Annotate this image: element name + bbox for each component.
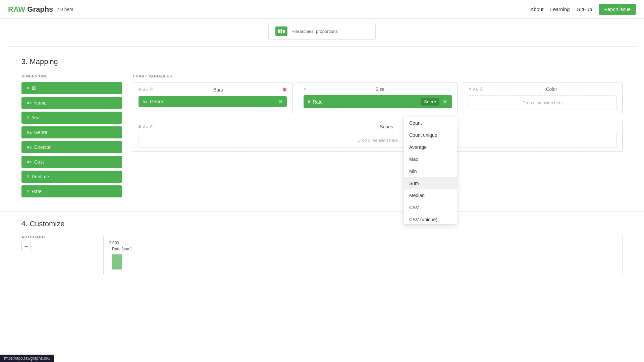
series-aa-icon: Aa: [143, 125, 148, 129]
cv-row-1: # Aa ⏱ Bars ✱ Aa Genre ✕ #: [133, 82, 623, 114]
card-label: Hierarchies, proportions: [291, 29, 338, 34]
aggregation-label: Sum: [424, 99, 433, 104]
remove-genre-button[interactable]: ✕: [279, 99, 283, 104]
dim-type-icon: #: [27, 175, 29, 179]
dim-name: Director: [34, 144, 51, 150]
series-clock-icon: ⏱: [150, 124, 154, 129]
chart-axis-label: Rate [sum]: [112, 247, 131, 251]
dim-name: Runtime: [32, 174, 49, 179]
chart-variables-label: CHART VARIABLES: [133, 74, 623, 78]
genre-tag[interactable]: Aa Genre ✕: [139, 96, 287, 107]
dim-type-icon: #: [27, 116, 29, 120]
report-issue-button[interactable]: Report issue: [599, 4, 636, 15]
mapping-layout: DIMENSIONS #IDAaName#YearAaGenreAaDirect…: [21, 74, 623, 200]
bars-box-header: # Aa ⏱ Bars ✱: [139, 86, 287, 93]
dim-name: Name: [34, 100, 47, 106]
genre-tag-label: Genre: [150, 99, 163, 104]
chart-bar-1: [112, 254, 122, 269]
size-hash-icon: #: [304, 87, 306, 92]
series-hash-icon: #: [139, 124, 141, 129]
rate-tag-label: Rate: [313, 99, 323, 105]
dropdown-item-sum[interactable]: Sum: [404, 177, 457, 189]
nav-learning[interactable]: Learning: [550, 6, 570, 12]
dimension-tag-rate[interactable]: #Rate: [21, 185, 122, 197]
color-clock-icon: ⏱: [480, 87, 484, 92]
nav-github[interactable]: GitHub: [577, 6, 592, 12]
series-box-header: # Aa ⏱ Series: [139, 124, 617, 129]
customize-layout: ARTBOARD − 2,000 Rate [sum]: [21, 235, 623, 275]
logo-graphs: Graphs: [27, 5, 53, 14]
nav: About Learning GitHub Report issue: [530, 4, 636, 15]
rate-tag[interactable]: # Rate Sum ▾ ✕: [304, 95, 452, 108]
chart-y-value: 2,000: [109, 241, 617, 245]
color-aa-icon: Aa: [473, 87, 478, 91]
clock-icon: ⏱: [150, 87, 154, 92]
remove-rate-button[interactable]: ✕: [442, 99, 448, 105]
dimension-tag-runtime[interactable]: #Runtime: [21, 171, 122, 183]
tag-type-aa: Aa: [143, 100, 147, 104]
dropdown-item-median[interactable]: Median: [404, 189, 457, 201]
dim-type-icon: Aa: [27, 145, 32, 149]
chart-variables-panel: CHART VARIABLES # Aa ⏱ Bars ✱ Aa Genre: [133, 74, 623, 157]
dim-name: Rate: [32, 189, 42, 194]
dimension-tag-id[interactable]: #ID: [21, 82, 122, 94]
color-title: Color: [486, 86, 617, 92]
series-box: # Aa ⏱ Series Drop dimension here: [133, 120, 623, 152]
color-box: # Aa ⏱ Color Drop dimension here: [463, 82, 623, 114]
dimension-tag-year[interactable]: #Year: [21, 112, 122, 124]
dim-name: ID: [32, 85, 36, 91]
dropdown-scroll-area[interactable]: CountCount uniqueAverageMaxMinSumMedianC…: [404, 117, 457, 224]
dropdown-item-average[interactable]: Average: [404, 141, 457, 153]
dim-name: Cast: [34, 159, 44, 165]
dropdown-item-count[interactable]: Count: [404, 117, 457, 129]
dim-name: Year: [32, 115, 41, 120]
dimension-tag-genre[interactable]: AaGenre: [21, 126, 122, 138]
nav-about[interactable]: About: [530, 6, 543, 12]
logo: RAWGraphs 2.0 beta: [8, 5, 73, 14]
dimension-tag-name[interactable]: AaName: [21, 97, 122, 109]
svg-rect-2: [283, 30, 285, 33]
size-box: # Size # Rate Sum ▾ ✕ CountCoun: [298, 82, 458, 114]
dropdown-item-csv[interactable]: CSV: [404, 201, 457, 214]
dimensions-panel: DIMENSIONS #IDAaName#YearAaGenreAaDirect…: [21, 74, 122, 200]
logo-raw: RAW: [8, 5, 25, 14]
dropdown-item-count-unique[interactable]: Count unique: [404, 129, 457, 141]
dropdown-item-min[interactable]: Min: [404, 165, 457, 177]
dimensions-label: DIMENSIONS: [21, 74, 122, 78]
dropdown-item-csv-(unique)[interactable]: CSV (unique): [404, 214, 457, 224]
top-card-area: Hierarchies, proportions: [0, 19, 644, 40]
dim-name: Genre: [34, 130, 47, 135]
series-drop-area[interactable]: Drop dimension here: [139, 133, 617, 147]
aa-icon: Aa: [143, 88, 148, 92]
aggregation-dropdown[interactable]: Sum ▾: [421, 98, 439, 106]
card-icon: [275, 26, 287, 36]
size-title: Size: [308, 86, 452, 92]
color-box-header: # Aa ⏱ Color: [469, 86, 617, 92]
header: RAWGraphs 2.0 beta About Learning GitHub…: [0, 0, 644, 19]
dimension-tag-director[interactable]: AaDirector: [21, 141, 122, 153]
series-title: Series: [156, 124, 617, 129]
artboard-panel: ARTBOARD −: [21, 235, 95, 251]
customize-title: 4. Customize: [21, 220, 623, 228]
dim-type-icon: Aa: [27, 101, 32, 105]
dim-type-icon: #: [27, 189, 29, 193]
dimensions-list: #IDAaName#YearAaGenreAaDirectorAaCast#Ru…: [21, 82, 122, 197]
dropdown-item-max[interactable]: Max: [404, 153, 457, 165]
rate-hash-icon: #: [308, 99, 310, 104]
artboard-minus-button[interactable]: −: [21, 242, 31, 251]
dropdown-arrow-icon: ▾: [434, 100, 436, 104]
chart-bars: [112, 253, 131, 269]
dim-type-icon: Aa: [27, 160, 32, 164]
hash-icon: #: [139, 87, 141, 92]
chart-axis-line: [109, 247, 109, 267]
size-box-header: # Size: [304, 86, 452, 92]
chart-type-card[interactable]: Hierarchies, proportions: [268, 23, 376, 40]
dimension-tag-cast[interactable]: AaCast: [21, 156, 122, 168]
mapping-section: 3. Mapping DIMENSIONS #IDAaName#YearAaGe…: [0, 47, 644, 211]
mapping-title: 3. Mapping: [21, 57, 623, 66]
bars-title: Bars: [156, 87, 280, 93]
logo-version: 2.0 beta: [56, 7, 73, 12]
required-star: ✱: [282, 86, 287, 93]
svg-rect-0: [278, 29, 280, 33]
color-drop-area[interactable]: Drop dimension here: [469, 95, 617, 110]
